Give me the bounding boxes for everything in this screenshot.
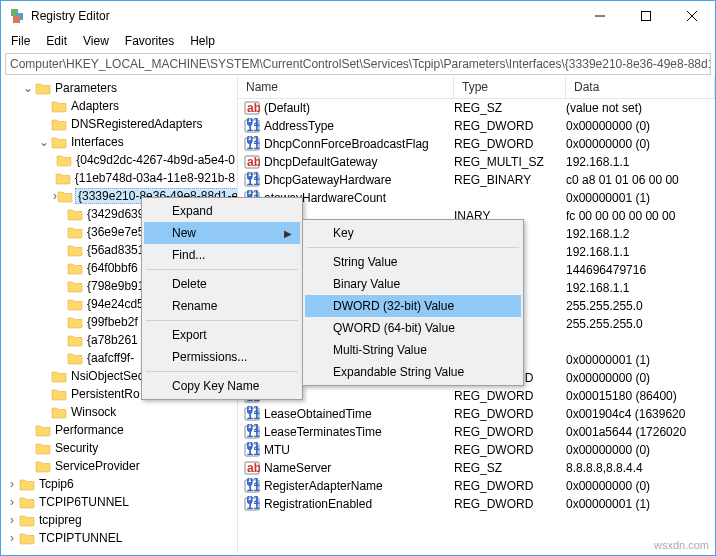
tree-item-label: Parameters [53,81,119,95]
ctx-export[interactable]: Export [144,324,300,346]
ctx-new-multi-string[interactable]: Multi-String Value [305,339,521,361]
value-data: 144696479716 [566,263,715,277]
tree-item-label: {99fbeb2f [85,315,140,329]
ctx-copy-key-name[interactable]: Copy Key Name [144,375,300,397]
tree-item-label: DNSRegisteredAdapters [69,117,204,131]
expand-icon[interactable]: › [5,513,19,527]
expand-icon[interactable]: › [5,495,19,509]
value-type: REG_DWORD [454,407,566,421]
ctx-new-dword[interactable]: DWORD (32-bit) Value [305,295,521,317]
value-data: 0x00000000 (0) [566,137,715,151]
svg-rect-8 [642,12,651,21]
ctx-permissions[interactable]: Permissions... [144,346,300,368]
tree-item-label: Adapters [69,99,121,113]
collapse-icon[interactable]: ⌄ [21,81,35,95]
tree-item[interactable]: ›Tcpip6 [1,475,237,493]
value-data: fc 00 00 00 00 00 00 [566,209,715,223]
list-row[interactable]: LeaseREG_DWORD0x00015180 (86400) [238,387,715,405]
ctx-expand[interactable]: Expand [144,200,300,222]
value-data: (value not set) [566,101,715,115]
column-type[interactable]: Type [454,77,566,98]
tree-item[interactable]: Winsock [1,403,237,421]
folder-icon [51,405,67,419]
folder-icon [51,117,67,131]
list-row[interactable]: LeaseTerminatesTimeREG_DWORD0x001a5644 (… [238,423,715,441]
tree-item[interactable]: ⌄Parameters [1,79,237,97]
minimize-button[interactable] [577,1,623,31]
list-row[interactable]: RegisterAdapterNameREG_DWORD0x00000000 (… [238,477,715,495]
folder-icon [56,153,72,167]
ctx-new-binary[interactable]: Binary Value [305,273,521,295]
tree-item[interactable]: Performance [1,421,237,439]
close-button[interactable] [669,1,715,31]
tree-item[interactable]: DNSRegisteredAdapters [1,115,237,133]
tree-item[interactable]: {11eb748d-03a4-11e8-921b-8 [1,169,237,187]
value-type: REG_DWORD [454,497,566,511]
binary-value-icon [244,136,260,152]
value-data: 255.255.255.0 [566,299,715,313]
list-row[interactable]: DhcpDefaultGatewayREG_MULTI_SZ192.168.1.… [238,153,715,171]
value-data: 192.168.1.1 [566,245,715,259]
tree-item-label: {798e9b91 [85,279,146,293]
tree-item[interactable]: {04c9d2dc-4267-4b9d-a5e4-0 [1,151,237,169]
address-text: Computer\HKEY_LOCAL_MACHINE\SYSTEM\Curre… [10,57,711,71]
value-data: 0x00000000 (0) [566,371,715,385]
value-type: REG_BINARY [454,173,566,187]
string-value-icon [244,154,260,170]
list-row[interactable]: NameServerREG_SZ8.8.8.8,8.8.4.4 [238,459,715,477]
list-row[interactable]: DhcpConnForceBroadcastFlagREG_DWORD0x000… [238,135,715,153]
menu-help[interactable]: Help [182,32,223,50]
tree-item[interactable]: Adapters [1,97,237,115]
value-data: 0x00000001 (1) [566,191,715,205]
ctx-new[interactable]: New▶ [144,222,300,244]
tree-item-label: Winsock [69,405,118,419]
menu-edit[interactable]: Edit [38,32,75,50]
tree-item[interactable]: Security [1,439,237,457]
folder-icon [19,495,35,509]
tree-item[interactable]: ⌄Interfaces [1,133,237,151]
binary-value-icon [244,406,260,422]
tree-item[interactable]: ServiceProvider [1,457,237,475]
expand-icon[interactable]: › [5,477,19,491]
list-row[interactable]: RegistrationEnabledREG_DWORD0x00000001 (… [238,495,715,513]
list-row[interactable]: AddressTypeREG_DWORD0x00000000 (0) [238,117,715,135]
list-row[interactable]: atewayHardwareCount0x00000001 (1) [238,189,715,207]
list-row[interactable]: MTUREG_DWORD0x00000000 (0) [238,441,715,459]
ctx-new-key[interactable]: Key [305,222,521,244]
folder-icon [67,351,83,365]
tree-item-label: PersistentRo [69,387,142,401]
tree-item[interactable]: ›TCPIPTUNNEL [1,529,237,547]
folder-icon [35,81,51,95]
ctx-find[interactable]: Find... [144,244,300,266]
list-row[interactable]: LeaseObtainedTimeREG_DWORD0x001904c4 (16… [238,405,715,423]
tree-item[interactable]: ›TCPIP6TUNNEL [1,493,237,511]
list-row[interactable]: DhcpGatewayHardwareREG_BINARYc0 a8 01 01… [238,171,715,189]
ctx-rename[interactable]: Rename [144,295,300,317]
menu-file[interactable]: File [3,32,38,50]
address-bar[interactable]: Computer\HKEY_LOCAL_MACHINE\SYSTEM\Curre… [5,53,711,75]
list-row[interactable]: (Default)REG_SZ(value not set) [238,99,715,117]
folder-icon [67,207,83,221]
menu-view[interactable]: View [75,32,117,50]
tree-item-label: TCPIPTUNNEL [37,531,124,545]
folder-icon [67,261,83,275]
value-name: NameServer [264,461,454,475]
tree-item[interactable]: ›tcpipreg [1,511,237,529]
ctx-new-string[interactable]: String Value [305,251,521,273]
tree-item-label: {04c9d2dc-4267-4b9d-a5e4-0 [74,153,237,167]
ctx-delete[interactable]: Delete [144,273,300,295]
collapse-icon[interactable]: ⌄ [37,135,51,149]
ctx-new-expandable-string[interactable]: Expandable String Value [305,361,521,383]
folder-icon [51,135,67,149]
maximize-button[interactable] [623,1,669,31]
tree-item-label: {aafcff9f- [85,351,136,365]
app-icon [9,8,25,24]
binary-value-icon [244,172,260,188]
menu-favorites[interactable]: Favorites [117,32,182,50]
folder-icon [55,171,71,185]
expand-icon[interactable]: › [5,531,19,545]
value-data: 0x001904c4 (1639620 [566,407,715,421]
ctx-new-qword[interactable]: QWORD (64-bit) Value [305,317,521,339]
column-data[interactable]: Data [566,77,715,98]
column-name[interactable]: Name [238,77,454,98]
